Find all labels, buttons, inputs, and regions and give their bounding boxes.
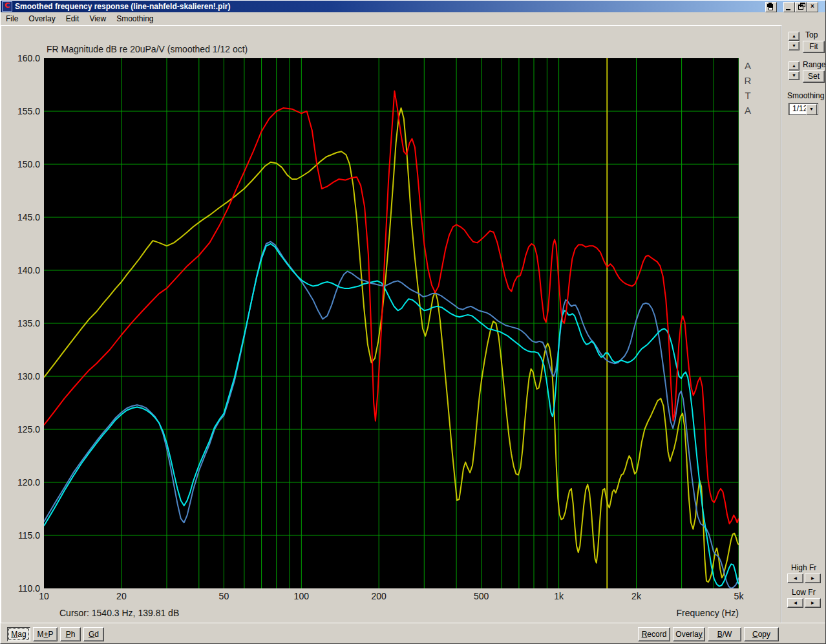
restore-icon — [798, 5, 803, 10]
y-tick-label: 150.0 — [1, 159, 40, 169]
up-arrow-icon: ▲ — [792, 34, 796, 38]
y-tick-label: 115.0 — [1, 530, 40, 541]
x-tick-label: 1k — [540, 591, 578, 601]
curve-blue-overlay — [44, 242, 739, 588]
copy-button[interactable]: Copy — [744, 627, 779, 641]
smoothing-label: Smoothing — [787, 91, 824, 100]
title-bar[interactable]: C Smoothed frequency response (line-nahf… — [1, 1, 826, 12]
y-tick-label: 135.0 — [1, 318, 40, 328]
print-button[interactable] — [765, 2, 777, 12]
x-tick-label: 20 — [102, 591, 141, 601]
cursor-readout: Cursor: 1540.3 Hz, 139.81 dB — [59, 608, 179, 618]
smoothing-dropdown[interactable]: 1/12 ▼ — [789, 103, 818, 115]
minimize-button[interactable] — [783, 2, 795, 12]
bw-button[interactable]: B/W — [708, 627, 741, 641]
close-icon: × — [810, 3, 814, 10]
low-fr-label: Low Fr — [792, 588, 816, 597]
y-tick-label: 130.0 — [1, 371, 40, 381]
x-tick-label: 500 — [462, 591, 501, 601]
plot-panel: FR Magnitude dB re 20uPa/V (smoothed 1/1… — [1, 25, 781, 623]
m-plus-p-button[interactable]: M+P — [33, 627, 58, 641]
x-tick-label: 100 — [282, 591, 321, 601]
y-tick-label: 145.0 — [1, 212, 40, 222]
menu-bar: FileOverlayEditViewSmoothing — [1, 12, 826, 26]
minimize-icon — [786, 9, 790, 10]
smoothing-value: 1/12 — [792, 104, 807, 113]
mag-button[interactable]: Mag — [7, 627, 30, 641]
x-tick-label: 2k — [617, 591, 656, 601]
y-tick-label: 125.0 — [1, 424, 40, 435]
record-button[interactable]: Record — [638, 627, 670, 641]
set-button[interactable]: Set — [803, 70, 825, 83]
top-spin-up-button[interactable]: ▲ — [789, 32, 800, 41]
top-spin-down-button[interactable]: ▼ — [789, 41, 800, 50]
fit-button[interactable]: Fit — [803, 41, 825, 53]
high-fr-label: High Fr — [791, 563, 816, 572]
x-tick-label: 50 — [204, 591, 243, 601]
left-arrow-icon: ◄ — [793, 600, 798, 606]
low-fr-left-button[interactable]: ◄ — [787, 598, 803, 608]
ph-button[interactable]: Ph — [60, 627, 81, 641]
chart-title: FR Magnitude dB re 20uPa/V (smoothed 1/1… — [47, 44, 248, 54]
menu-overlay[interactable]: Overlay — [23, 13, 60, 25]
x-axis-title: Frequency (Hz) — [648, 608, 739, 618]
window-title: Smoothed frequency response (line-nahfel… — [15, 2, 230, 11]
range-label: Range — [803, 60, 825, 69]
y-tick-label: 155.0 — [1, 106, 40, 116]
up-arrow-icon: ▲ — [792, 63, 796, 68]
bottom-button-bar: MagM+PPhGdRecordOverlayB/WCopy — [1, 623, 826, 644]
menu-file[interactable]: File — [1, 13, 23, 25]
right-arrow-icon: ► — [810, 575, 816, 581]
dropdown-arrow-icon: ▼ — [806, 104, 817, 115]
left-arrow-icon: ◄ — [793, 575, 798, 581]
high-fr-left-button[interactable]: ◄ — [787, 574, 803, 583]
range-spin-up-button[interactable]: ▲ — [789, 61, 800, 70]
overlay-button[interactable]: Overlay — [673, 627, 705, 641]
gd-button[interactable]: Gd — [83, 627, 104, 641]
y-tick-label: 120.0 — [1, 477, 40, 488]
curve-cyan-overlay — [44, 244, 739, 586]
right-arrow-icon: ► — [810, 600, 816, 606]
y-tick-label: 140.0 — [1, 265, 40, 275]
frequency-response-chart — [44, 58, 739, 588]
right-control-strip: ▲ ▼ Top Fit ▲ ▼ Range Set Smoothing 1/12… — [781, 25, 826, 623]
menu-edit[interactable]: Edit — [61, 13, 85, 25]
arta-side-label: A R T A — [742, 58, 754, 118]
high-fr-right-button[interactable]: ► — [805, 574, 821, 583]
close-button[interactable]: × — [807, 2, 818, 12]
arta-window: C Smoothed frequency response (line-nahf… — [0, 0, 826, 644]
chart-plot-area[interactable] — [44, 58, 739, 588]
menu-smoothing[interactable]: Smoothing — [111, 13, 158, 25]
curve-red-current — [44, 91, 739, 524]
x-tick-label: 200 — [359, 591, 398, 601]
y-tick-label: 160.0 — [1, 53, 40, 63]
down-arrow-icon: ▼ — [792, 73, 796, 78]
curve-yellow-overlay — [44, 108, 739, 582]
menu-view[interactable]: View — [84, 13, 111, 25]
top-label: Top — [805, 30, 818, 39]
app-icon: C — [2, 1, 12, 12]
range-spin-down-button[interactable]: ▼ — [789, 71, 800, 80]
low-fr-right-button[interactable]: ► — [805, 598, 821, 608]
down-arrow-icon: ▼ — [792, 43, 796, 48]
x-tick-label: 10 — [25, 591, 63, 601]
restore-button[interactable] — [795, 2, 807, 12]
x-tick-label: 5k — [719, 591, 758, 601]
printer-icon — [767, 4, 773, 7]
